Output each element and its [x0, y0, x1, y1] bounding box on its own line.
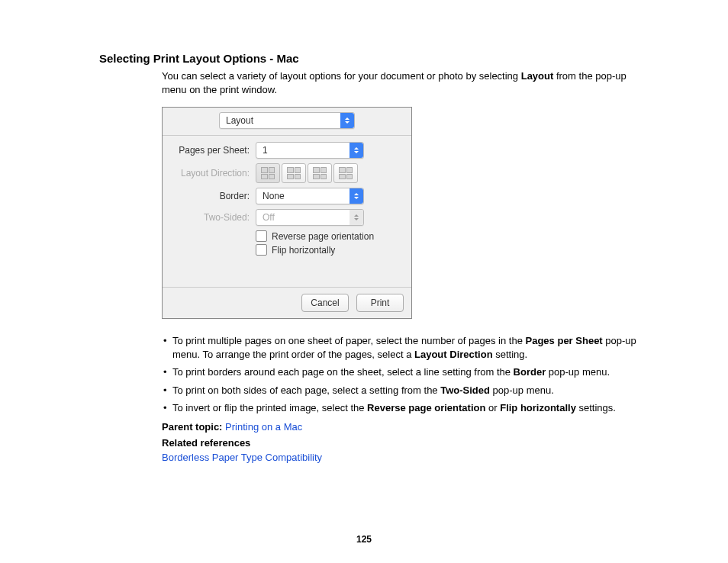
- print-button[interactable]: Print: [356, 294, 404, 312]
- layout-direction-label: Layout Direction:: [170, 168, 256, 179]
- two-sided-value: Off: [256, 212, 350, 223]
- checkbox-icon[interactable]: [256, 230, 267, 242]
- intro-pre: You can select a variety of layout optio…: [162, 70, 521, 82]
- bullet-list: To print multiple pages on one sheet of …: [162, 334, 640, 415]
- reverse-orientation-label: Reverse page orientation: [272, 231, 374, 242]
- grid-icon: [261, 167, 275, 179]
- chevrons-icon: [340, 113, 354, 128]
- grid-icon: [339, 167, 353, 179]
- border-label: Border:: [170, 191, 256, 201]
- page-number: 125: [0, 534, 728, 545]
- list-item: To print on both sides of each page, sel…: [162, 384, 640, 397]
- page-title: Selecting Print Layout Options - Mac: [99, 52, 640, 65]
- print-layout-dialog: Layout Pages per Sheet: 1 Layout Di: [162, 107, 412, 319]
- layout-direction-option-4[interactable]: [333, 163, 358, 183]
- list-item: To print borders around each page on the…: [162, 365, 640, 379]
- layout-direction-option-1[interactable]: [256, 163, 280, 183]
- chevrons-icon: [350, 188, 363, 204]
- border-value: None: [256, 191, 350, 201]
- chevrons-icon: [350, 143, 363, 158]
- layout-popup-value: Layout: [220, 115, 340, 126]
- checkbox-icon[interactable]: [256, 244, 267, 256]
- pages-per-sheet-value: 1: [256, 145, 350, 156]
- reverse-orientation-checkbox-row[interactable]: Reverse page orientation: [256, 230, 404, 242]
- layout-direction-option-3[interactable]: [308, 163, 332, 183]
- layout-popup[interactable]: Layout: [219, 112, 355, 129]
- cancel-button[interactable]: Cancel: [301, 294, 349, 312]
- pages-per-sheet-popup[interactable]: 1: [256, 142, 364, 159]
- grid-icon: [287, 167, 301, 179]
- pages-per-sheet-label: Pages per Sheet:: [170, 145, 256, 156]
- parent-topic-link[interactable]: Printing on a Mac: [225, 421, 302, 433]
- flip-horizontally-checkbox-row[interactable]: Flip horizontally: [256, 244, 404, 256]
- layout-direction-segment[interactable]: [256, 163, 404, 183]
- border-popup[interactable]: None: [256, 188, 364, 204]
- intro-text: You can select a variety of layout optio…: [162, 69, 640, 96]
- two-sided-popup: Off: [256, 209, 364, 226]
- grid-icon: [313, 167, 327, 179]
- parent-topic-label: Parent topic:: [162, 421, 222, 433]
- list-item: To invert or flip the printed image, sel…: [162, 401, 640, 415]
- list-item: To print multiple pages on one sheet of …: [162, 334, 640, 361]
- intro-bold: Layout: [521, 70, 554, 82]
- parent-topic: Parent topic: Printing on a Mac: [162, 421, 640, 433]
- layout-direction-option-2[interactable]: [282, 163, 306, 183]
- related-references-label: Related references: [162, 437, 640, 449]
- related-reference-link[interactable]: Borderless Paper Type Compatibility: [162, 452, 640, 463]
- chevrons-icon: [350, 210, 363, 225]
- flip-horizontally-label: Flip horizontally: [272, 245, 335, 256]
- two-sided-label: Two-Sided:: [170, 212, 256, 223]
